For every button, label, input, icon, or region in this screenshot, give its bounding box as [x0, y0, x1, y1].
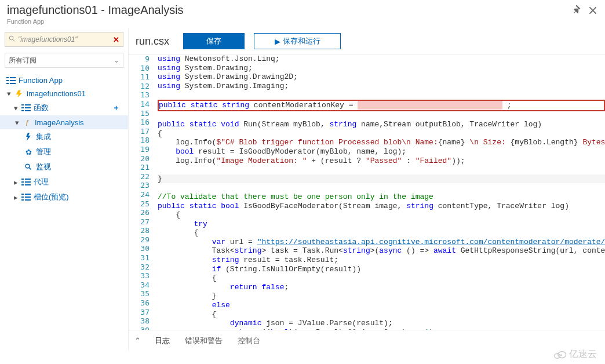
svg-rect-4: [6, 80, 9, 81]
watermark-text: 亿速云: [569, 348, 597, 361]
search-icon: [9, 35, 16, 44]
svg-rect-22: [21, 194, 24, 195]
list-icon: [21, 179, 31, 185]
tree-label: 槽位(预览): [34, 192, 69, 202]
tree-label: 监视: [36, 162, 51, 172]
svg-rect-2: [6, 77, 9, 78]
tree-monitor[interactable]: 监视: [0, 159, 128, 174]
svg-rect-3: [10, 77, 16, 78]
svg-rect-6: [6, 83, 9, 84]
svg-point-14: [25, 164, 30, 168]
tree-label: imagefunctions01: [27, 89, 86, 98]
save-run-button[interactable]: ▶ 保存和运行: [254, 33, 341, 49]
tree-function-imageanalysis[interactable]: ▾ ƒ ImageAnalysis: [0, 115, 128, 129]
subscription-dropdown[interactable]: 所有订阅 ⌄: [5, 53, 123, 68]
tree-functions-group[interactable]: ▾ 函数 ＋: [0, 100, 128, 115]
tree-manage[interactable]: ✿ 管理: [0, 144, 128, 159]
tree-label: Function App: [19, 76, 63, 85]
page-title: imagefunctions01 - ImageAnalysis: [7, 3, 184, 17]
svg-rect-17: [25, 179, 31, 180]
save-button[interactable]: 保存: [183, 33, 245, 49]
tree-slots[interactable]: ▸ 槽位(预览): [0, 190, 128, 205]
watermark: 亿速云: [554, 348, 597, 361]
svg-point-28: [555, 353, 560, 358]
svg-rect-21: [25, 184, 31, 185]
svg-line-1: [13, 39, 14, 41]
svg-point-30: [560, 354, 562, 356]
bolt-icon: [23, 133, 34, 141]
filename-label: run.csx: [136, 35, 169, 48]
save-button-label: 保存: [206, 36, 221, 46]
search-input[interactable]: [18, 35, 113, 43]
function-icon: ƒ: [22, 118, 32, 127]
tree-label: 函数: [34, 103, 49, 113]
editor-toolbar: run.csx 保存 ▶ 保存和运行: [129, 28, 605, 54]
save-run-button-label: 保存和运行: [283, 36, 320, 46]
subscription-label: 所有订阅: [9, 56, 37, 65]
svg-point-29: [558, 351, 566, 358]
add-function-button[interactable]: ＋: [112, 103, 122, 113]
list-icon: [21, 104, 31, 111]
code-editor[interactable]: 9 10 11 12 13 14 15 16 17 18 19 20 21 22…: [129, 54, 605, 330]
search-input-wrap[interactable]: ✕: [5, 32, 123, 47]
tree-app-node[interactable]: ▾ imagefunctions01: [0, 87, 128, 100]
svg-rect-7: [10, 83, 16, 84]
svg-rect-23: [25, 194, 31, 195]
svg-rect-25: [25, 196, 31, 198]
svg-rect-18: [21, 181, 24, 183]
svg-rect-24: [21, 196, 24, 198]
caret-icon: ▾: [7, 89, 14, 98]
pin-icon[interactable]: [571, 5, 582, 16]
svg-rect-26: [21, 199, 24, 201]
caret-icon: ▸: [14, 193, 21, 202]
tree-proxy[interactable]: ▸ 代理: [0, 174, 128, 190]
svg-rect-5: [10, 80, 16, 81]
tab-console[interactable]: 控制台: [236, 333, 261, 348]
tree-label: ImageAnalysis: [35, 118, 84, 127]
tree-label: 管理: [36, 147, 51, 157]
svg-rect-8: [21, 104, 24, 105]
close-icon[interactable]: [588, 5, 598, 16]
list-icon: [6, 77, 16, 84]
svg-rect-19: [25, 181, 31, 183]
tree-label: 代理: [34, 177, 49, 187]
svg-rect-20: [21, 184, 24, 185]
sidebar: ✕ 所有订阅 ⌄ Function App ▾ imagefunctions01…: [0, 28, 129, 351]
clear-search-icon[interactable]: ✕: [113, 35, 119, 44]
svg-line-15: [29, 168, 31, 169]
caret-icon: ▸: [14, 178, 21, 187]
svg-rect-12: [21, 110, 24, 111]
bottom-panel-tabs: ⌃ 日志 错误和警告 控制台: [129, 330, 605, 351]
expand-panel-icon[interactable]: ⌃: [134, 336, 141, 345]
list-icon: [21, 194, 31, 201]
svg-rect-11: [25, 107, 31, 108]
svg-point-0: [9, 36, 13, 40]
caret-icon: ▾: [15, 118, 22, 127]
svg-rect-9: [25, 104, 31, 105]
resource-tree: Function App ▾ imagefunctions01 ▾ 函数 ＋ ▾…: [0, 70, 128, 205]
caret-icon: ▾: [14, 104, 21, 112]
tab-logs[interactable]: 日志: [154, 333, 171, 348]
tree-integrate[interactable]: 集成: [0, 129, 128, 144]
tree-function-app-root[interactable]: Function App: [0, 74, 128, 87]
search-icon: [23, 163, 34, 170]
tab-errors[interactable]: 错误和警告: [184, 333, 224, 348]
breadcrumb[interactable]: Function App: [0, 18, 605, 28]
svg-rect-16: [21, 179, 24, 180]
gear-icon: ✿: [23, 148, 34, 156]
svg-rect-10: [21, 107, 24, 108]
tree-label: 集成: [36, 132, 51, 142]
function-app-icon: [14, 90, 24, 98]
svg-rect-27: [25, 199, 31, 201]
chevron-down-icon: ⌄: [114, 56, 119, 64]
play-icon: ▶: [275, 37, 280, 46]
svg-rect-13: [25, 110, 31, 111]
